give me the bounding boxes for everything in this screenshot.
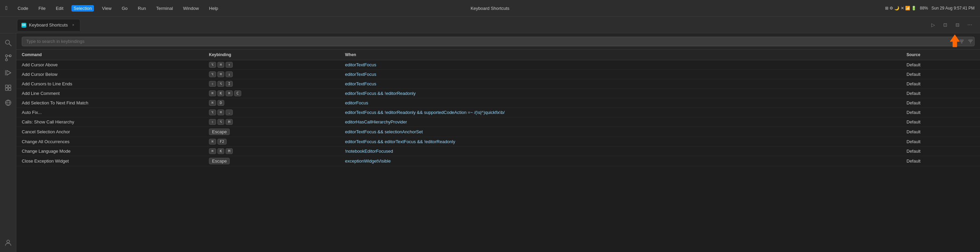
menu-file[interactable]: File xyxy=(37,5,48,11)
command-cell: Cancel Selection Anchor xyxy=(22,129,209,134)
activity-accounts[interactable] xyxy=(2,236,15,249)
tabbar: ⌨ Keyboard Shortcuts × ▷ ⊡ ⊟ ⋯ xyxy=(0,17,980,33)
source-cell: Default xyxy=(907,91,975,96)
apple-logo-icon[interactable]:  xyxy=(5,5,8,11)
tabbar-actions: ▷ ⊡ ⊟ ⋯ xyxy=(928,20,975,30)
menu-help[interactable]: Help xyxy=(207,5,220,11)
menu-app[interactable]: Code xyxy=(16,5,30,11)
command-cell: Add Cursor Below xyxy=(22,72,209,77)
svg-rect-9 xyxy=(5,88,8,90)
source-cell: Default xyxy=(907,72,975,77)
activity-search[interactable] xyxy=(2,36,15,50)
command-cell: Add Line Comment xyxy=(22,91,209,96)
search-bar xyxy=(16,33,980,50)
tab-close-button[interactable]: × xyxy=(70,22,76,28)
table-row[interactable]: Add Selection To Next Find Match ⌘D edit… xyxy=(16,98,980,108)
svg-marker-5 xyxy=(7,70,11,75)
command-cell: Change Language Mode xyxy=(22,149,209,154)
command-cell: Auto Fix... xyxy=(22,110,209,115)
when-cell: editorTextFocus && selectionAnchorSet xyxy=(345,129,907,134)
svg-rect-7 xyxy=(5,85,8,87)
shortcuts-table[interactable]: Command Keybinding When Source Add Curso… xyxy=(16,50,980,252)
keybinding-cell: Escape xyxy=(209,128,345,135)
battery-indicator: 88% xyxy=(920,6,928,11)
svg-rect-8 xyxy=(8,85,11,87)
filter-button[interactable] xyxy=(966,37,975,46)
source-cell: Default xyxy=(907,81,975,86)
keybinding-cell: ⌘K⌘C xyxy=(209,90,345,96)
tab-icon: ⌨ xyxy=(21,23,26,27)
source-cell: Default xyxy=(907,110,975,115)
col-command: Command xyxy=(22,52,209,57)
menu-edit[interactable]: Edit xyxy=(54,5,65,11)
activity-run[interactable] xyxy=(2,66,15,79)
command-cell: Close Exception Widget xyxy=(22,158,209,163)
keybinding-cell: ⇧⌥H xyxy=(209,119,345,125)
table-header: Command Keybinding When Source xyxy=(16,50,980,60)
datetime: Sun 29 Aug 9:57:41 PM xyxy=(931,6,975,11)
source-cell: Default xyxy=(907,62,975,67)
svg-point-17 xyxy=(970,43,971,43)
when-cell: editorHasCallHierarchyProvider xyxy=(345,119,907,124)
source-cell: Default xyxy=(907,139,975,144)
table-row[interactable]: Add Line Comment ⌘K⌘C editorTextFocus &&… xyxy=(16,89,980,98)
keybinding-cell: ⌘F2 xyxy=(209,139,345,144)
menu-view[interactable]: View xyxy=(100,5,114,11)
toggle-panel-button[interactable]: ⊟ xyxy=(953,20,962,30)
main-layout: Command Keybinding When Source Add Curso… xyxy=(0,33,980,252)
menu-selection[interactable]: Selection xyxy=(72,5,94,11)
svg-point-0 xyxy=(5,40,10,44)
table-row[interactable]: Add Cursor Above ⌥⌘↑ editorTextFocus Def… xyxy=(16,60,980,70)
when-cell: editorTextFocus && !editorReadonly && su… xyxy=(345,110,907,115)
command-cell: Calls: Show Call Hierarchy xyxy=(22,119,209,124)
when-cell: editorTextFocus && editorTextFocus && !e… xyxy=(345,139,907,144)
run-button[interactable]: ▷ xyxy=(928,20,938,30)
menubar-right: ⊞ ⚙ 🌙 ✕ 📶 🔋 88% Sun 29 Aug 9:57:41 PM xyxy=(885,6,975,11)
keybinding-cell: ⌥⌘↓ xyxy=(209,71,345,77)
when-cell: editorTextFocus xyxy=(345,62,907,67)
keybinding-cell: ⌘D xyxy=(209,100,345,106)
table-row[interactable]: Add Cursors to Line Ends ⇧⌥I editorTextF… xyxy=(16,79,980,89)
command-cell: Add Cursor Above xyxy=(22,62,209,67)
menu-window[interactable]: Window xyxy=(181,5,201,11)
activity-bar xyxy=(0,33,16,252)
source-cell: Default xyxy=(907,119,975,124)
keyboard-shortcuts-tab[interactable]: ⌨ Keyboard Shortcuts × xyxy=(17,19,80,31)
when-cell: editorTextFocus xyxy=(345,72,907,77)
svg-point-2 xyxy=(5,55,8,57)
menu-terminal[interactable]: Terminal xyxy=(154,5,175,11)
keybinding-cell: ⇧⌥I xyxy=(209,81,345,87)
table-row[interactable]: Add Cursor Below ⌥⌘↓ editorTextFocus Def… xyxy=(16,70,980,79)
table-row[interactable]: Calls: Show Call Hierarchy ⇧⌥H editorHas… xyxy=(16,117,980,127)
when-cell: !notebookEditorFocused xyxy=(345,149,907,154)
table-row[interactable]: Cancel Selection Anchor Escape editorTex… xyxy=(16,127,980,137)
search-input[interactable] xyxy=(22,37,975,46)
source-cell: Default xyxy=(907,129,975,134)
command-cell: Change All Occurrences xyxy=(22,139,209,144)
when-cell: editorFocus xyxy=(345,100,907,105)
source-cell: Default xyxy=(907,100,975,105)
source-cell: Default xyxy=(907,149,975,154)
when-cell: editorTextFocus && !editorReadonly xyxy=(345,91,907,96)
col-when: When xyxy=(345,52,907,57)
keybinding-cell: ⌥⌘. xyxy=(209,109,345,115)
table-row[interactable]: Auto Fix... ⌥⌘. editorTextFocus && !edit… xyxy=(16,108,980,117)
sort-button[interactable] xyxy=(957,37,966,46)
menu-run[interactable]: Run xyxy=(136,5,148,11)
when-cell: editorTextFocus xyxy=(345,81,907,86)
menubar:  Code File Edit Selection View Go Run T… xyxy=(0,0,980,17)
system-icons: ⊞ ⚙ 🌙 ✕ 📶 🔋 xyxy=(885,6,917,11)
menu-go[interactable]: Go xyxy=(120,5,130,11)
menubar-left:  Code File Edit Selection View Go Run T… xyxy=(5,5,885,11)
split-editor-button[interactable]: ⊡ xyxy=(940,20,950,30)
command-cell: Add Cursors to Line Ends xyxy=(22,81,209,86)
activity-extensions[interactable] xyxy=(2,81,15,95)
activity-remote[interactable] xyxy=(2,96,15,109)
table-row[interactable]: Change All Occurrences ⌘F2 editorTextFoc… xyxy=(16,137,980,147)
keybinding-cell: Escape xyxy=(209,158,345,164)
more-actions-button[interactable]: ⋯ xyxy=(965,20,975,30)
table-row[interactable]: Change Language Mode ⌘KM !notebookEditor… xyxy=(16,147,980,156)
table-row[interactable]: Close Exception Widget Escape exceptionW… xyxy=(16,156,980,166)
source-cell: Default xyxy=(907,158,975,163)
activity-source-control[interactable] xyxy=(2,51,15,65)
